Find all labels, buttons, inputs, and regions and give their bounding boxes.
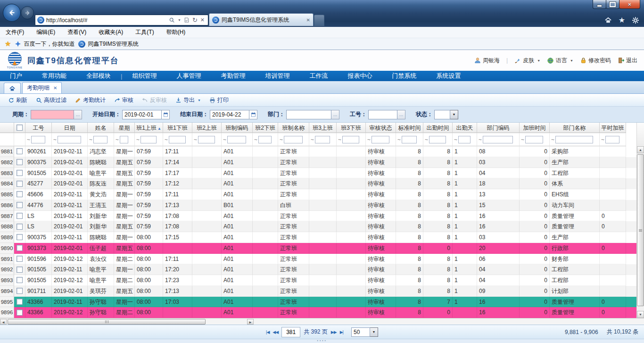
column-filter-input[interactable]: [315, 136, 330, 143]
nav-item-组织管理[interactable]: 组织管理: [122, 72, 166, 80]
table-row[interactable]: 9886447762019-02-11王清玉星期一07:5917:13B01白班…: [0, 200, 644, 211]
column-filter-input[interactable]: [93, 136, 107, 143]
prev-page-button[interactable]: ◀◀: [272, 330, 278, 335]
table-row[interactable]: 98949017112019-02-01吴琪芬星期五08:0017:13A01正…: [0, 286, 644, 297]
column-filter-input[interactable]: [284, 136, 303, 143]
column-filter-input[interactable]: [227, 136, 246, 143]
column-header-出勤天[interactable]: 出勤天: [453, 123, 477, 133]
column-header-班3下班[interactable]: 班3下班: [337, 123, 366, 133]
row-checkbox[interactable]: [17, 267, 23, 273]
table-row[interactable]: 9895433662019-02-11孙守聪星期一08:0017:03A01正常…: [0, 297, 644, 308]
nav-item-门户[interactable]: 门户: [0, 72, 32, 80]
column-filter-input[interactable]: [483, 136, 513, 143]
favorite-item-t9[interactable]: 同鑫T9IMS管理系统: [78, 40, 138, 48]
nav-item-常用功能[interactable]: 常用功能: [32, 72, 76, 80]
start-date-calendar-button[interactable]: [162, 110, 170, 119]
department-input[interactable]: [286, 110, 331, 119]
search-dropdown-icon[interactable]: ▼: [178, 18, 181, 22]
reverse-audit-button[interactable]: 反审核: [138, 96, 171, 104]
column-header-工号[interactable]: 工号: [25, 123, 52, 133]
status-select[interactable]: [434, 110, 450, 119]
current-user[interactable]: 周银海: [474, 57, 500, 65]
horizontal-scroll-thumb[interactable]: [8, 319, 206, 325]
department-picker-button[interactable]: …: [331, 110, 339, 119]
table-row[interactable]: 98919015962019-02-12袁汝仪星期二08:0017:11A01正…: [0, 254, 644, 265]
column-header-星期[interactable]: 星期: [114, 123, 135, 133]
column-filter-input[interactable]: [198, 136, 215, 143]
column-filter-input[interactable]: [525, 136, 543, 143]
menu-item[interactable]: 工具(T): [135, 28, 154, 36]
table-row[interactable]: 9884452772019-02-01陈友连星期五07:5917:12A01正常…: [0, 178, 644, 189]
period-picker-button[interactable]: …: [74, 110, 82, 119]
refresh-button[interactable]: 刷新: [4, 96, 32, 104]
favorites-star-icon[interactable]: ★: [619, 16, 625, 25]
last-page-button[interactable]: ▶|: [340, 330, 343, 335]
vertical-scrollbar[interactable]: ▲ ▼: [636, 146, 644, 318]
scroll-right-icon[interactable]: ▶: [247, 319, 254, 325]
table-row[interactable]: 98829003752019-02-01陈晓聪星期五07:5917:14A01正…: [0, 157, 644, 168]
row-checkbox[interactable]: [17, 191, 23, 197]
first-page-button[interactable]: |◀: [266, 330, 269, 335]
tab-attendance-detail[interactable]: 考勤明细 ✕: [22, 82, 62, 93]
home-icon[interactable]: [604, 17, 612, 24]
page-size-select[interactable]: [351, 327, 370, 337]
start-date-input[interactable]: [122, 110, 162, 119]
row-checkbox[interactable]: [17, 234, 23, 240]
print-button[interactable]: 打印: [205, 96, 233, 104]
column-header-班制名称[interactable]: 班制名称: [278, 123, 309, 133]
stop-icon[interactable]: ✕: [200, 17, 205, 23]
nav-item-人事管理[interactable]: 人事管理: [166, 72, 211, 80]
row-checkbox[interactable]: [17, 288, 23, 294]
table-row[interactable]: 9896433662019-02-12孙守聪星期二08:00A01正常班待审核8…: [0, 307, 644, 318]
column-header-平时加班[interactable]: 平时加班: [600, 123, 626, 133]
row-checkbox[interactable]: [17, 256, 23, 262]
new-tab-button[interactable]: [314, 15, 324, 26]
table-row[interactable]: 98929015052019-02-11喻意平星期一08:0017:20A01正…: [0, 264, 644, 275]
vertical-scroll-thumb[interactable]: [637, 154, 644, 306]
table-row[interactable]: 98899003752019-02-11陈晓聪星期一08:0017:15A01正…: [0, 232, 644, 243]
row-checkbox[interactable]: [17, 310, 23, 316]
nav-item-培训管理[interactable]: 培训管理: [255, 72, 299, 80]
column-filter-input[interactable]: [555, 136, 593, 143]
menu-item[interactable]: 收藏夹(A): [99, 28, 123, 36]
column-filter-input[interactable]: [372, 136, 389, 143]
menu-item[interactable]: 帮助(H): [166, 28, 186, 36]
row-checkbox[interactable]: [17, 213, 23, 219]
column-filter-input[interactable]: [342, 136, 359, 143]
row-checkbox[interactable]: [17, 181, 23, 187]
browser-tab[interactable]: 同鑫T9IMS信息化管理系统 ✕: [209, 13, 314, 26]
employee-id-picker-button[interactable]: …: [397, 110, 405, 119]
column-header-标准时间[interactable]: 标准时间: [396, 123, 423, 133]
gear-icon[interactable]: [632, 17, 639, 24]
browser-forward-button[interactable]: [21, 6, 34, 19]
nav-item-报表中心[interactable]: 报表中心: [338, 72, 382, 80]
end-date-input[interactable]: [210, 110, 249, 119]
table-row[interactable]: 9885456062019-02-11黄文浩星期一07:5917:11A01正常…: [0, 189, 644, 200]
menu-item[interactable]: 查看(V): [67, 28, 86, 36]
employee-id-input[interactable]: [368, 110, 397, 119]
nav-item-全部模块[interactable]: 全部模块: [76, 72, 121, 80]
refresh-page-icon[interactable]: ↻: [192, 17, 198, 24]
window-close-button[interactable]: ✕: [619, 0, 640, 9]
row-checkbox[interactable]: [17, 299, 23, 305]
table-row[interactable]: 9887LS2019-02-11刘新华星期一07:5917:08A01正常班待审…: [0, 211, 644, 222]
row-checkbox[interactable]: [17, 148, 23, 154]
end-date-calendar-button[interactable]: [249, 110, 257, 119]
nav-item-工作流[interactable]: 工作流: [299, 72, 338, 80]
resize-handle-strip[interactable]: ····: [0, 339, 644, 343]
column-filter-input[interactable]: [58, 136, 81, 143]
column-header-班制编码[interactable]: 班制编码: [222, 123, 253, 133]
logout-button[interactable]: 退出: [618, 57, 637, 65]
column-filter-input[interactable]: [429, 136, 446, 143]
horizontal-scrollbar[interactable]: ◀ ▶: [0, 318, 644, 325]
row-checkbox[interactable]: [17, 224, 23, 230]
window-minimize-button[interactable]: [593, 0, 606, 9]
favorite-item-baidu[interactable]: 百度一下，你就知道: [15, 40, 74, 48]
next-page-button[interactable]: ▶▶: [331, 330, 337, 335]
column-header-加班时间[interactable]: 加班时间: [520, 123, 550, 133]
audit-button[interactable]: 审核: [110, 96, 138, 104]
nav-item-考勤管理[interactable]: 考勤管理: [211, 72, 255, 80]
table-row[interactable]: 98939015052019-02-12喻意平星期二08:0017:23A01正…: [0, 275, 644, 286]
table-row[interactable]: 98839015052019-02-01喻意平星期五07:5917:17A01正…: [0, 168, 644, 179]
status-dropdown-button[interactable]: ▼: [450, 110, 458, 119]
